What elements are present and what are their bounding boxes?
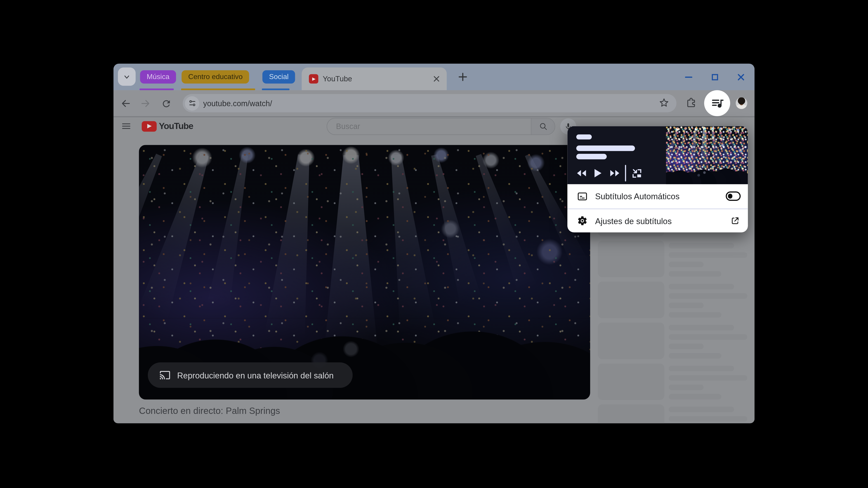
auto-captions-toggle[interactable] (726, 192, 741, 201)
skeleton-line (669, 243, 734, 248)
chevron-down-icon (123, 73, 131, 80)
menu-button[interactable] (121, 121, 133, 133)
media-skeleton-line (576, 134, 592, 139)
video-title: Concierto en directo: Palm Springs (139, 405, 280, 416)
captions-icon (576, 190, 588, 202)
skeleton-thumbnail (598, 323, 664, 359)
search-button[interactable] (531, 118, 555, 134)
tab-group-label: Social (269, 72, 289, 81)
youtube-play-icon (142, 121, 157, 131)
profile-avatar[interactable] (736, 97, 747, 109)
tab-group-underline-social (262, 88, 289, 90)
fast-forward-icon (609, 169, 620, 177)
skeleton-line (669, 325, 734, 330)
skeleton-line (669, 284, 734, 289)
skeleton-thumbnail (598, 282, 664, 318)
hamburger-icon (121, 121, 132, 131)
url-text[interactable]: youtube.com/watch/ (203, 99, 272, 107)
media-controls-button[interactable] (704, 90, 730, 116)
skeleton-line (669, 344, 704, 349)
address-bar[interactable]: youtube.com/watch/ (183, 94, 676, 112)
skeleton-line (669, 293, 747, 299)
play-button[interactable] (590, 165, 606, 182)
minimize-button[interactable] (683, 71, 694, 83)
reload-button[interactable] (159, 97, 173, 110)
forward-button[interactable] (139, 97, 152, 110)
extensions-button[interactable] (685, 97, 698, 109)
maximize-icon (710, 73, 719, 81)
tab-group-musica[interactable]: Música (140, 70, 176, 84)
bookmark-button[interactable] (658, 97, 671, 109)
skeleton-thumbnail (598, 240, 664, 277)
puzzle-icon (685, 97, 697, 108)
maximize-button[interactable] (709, 71, 720, 83)
skeleton-line (669, 366, 734, 371)
cast-banner-text: Reproduciendo en una televisión del saló… (177, 370, 334, 380)
skeleton-thumbnail (598, 404, 664, 423)
tab-group-centro-educativo[interactable]: Centro educativo (182, 70, 249, 84)
video-player[interactable]: Reproduciendo en una televisión del saló… (139, 145, 590, 400)
site-settings-button[interactable] (185, 96, 199, 110)
auto-captions-label: Subtítulos Automáticos (595, 191, 680, 201)
gear-icon (576, 215, 588, 227)
auto-captions-row[interactable]: Subtítulos Automáticos (567, 184, 748, 208)
tab-group-social[interactable]: Social (262, 70, 296, 84)
picture-in-picture-icon (631, 167, 643, 179)
site-controls-icon (188, 99, 196, 107)
youtube-logo[interactable]: YouTube (142, 121, 193, 131)
window-controls (683, 64, 754, 90)
skeleton-line (669, 385, 704, 390)
cast-icon (159, 369, 170, 381)
rewind-icon (576, 169, 587, 177)
controls-separator (625, 165, 626, 182)
skeleton-line (669, 271, 721, 276)
tab-group-label: Música (147, 72, 169, 81)
tab-close-button[interactable] (431, 74, 441, 84)
next-track-button[interactable] (606, 165, 623, 182)
media-thumbnail (666, 126, 748, 184)
close-icon (433, 76, 439, 82)
media-skeleton-line (576, 145, 635, 151)
search-icon (538, 122, 548, 131)
close-window-button[interactable] (735, 71, 746, 83)
star-icon (658, 97, 670, 108)
play-icon (594, 169, 602, 177)
reload-icon (161, 98, 171, 109)
tab-search-button[interactable] (118, 68, 135, 86)
browser-window: Música Centro educativo Social YouTube (114, 64, 754, 423)
skeleton-thumbnail (598, 363, 664, 400)
external-link-icon (730, 215, 741, 226)
skeleton-line (669, 394, 721, 399)
skeleton-line (669, 407, 734, 412)
skeleton-line (669, 312, 721, 318)
tab-strip: Música Centro educativo Social YouTube (114, 64, 754, 90)
screen: Música Centro educativo Social YouTube (0, 0, 868, 488)
youtube-logo-text: YouTube (159, 121, 193, 131)
skeleton-line (669, 252, 747, 258)
cast-banner: Reproduciendo en una televisión del saló… (148, 362, 352, 388)
youtube-favicon-icon (309, 74, 318, 84)
media-skeleton-line (576, 154, 607, 159)
skeleton-line (669, 375, 747, 381)
previous-track-button[interactable] (573, 165, 590, 182)
back-arrow-icon (120, 98, 131, 109)
search-bar[interactable]: Buscar (327, 118, 555, 135)
skeleton-line (669, 416, 747, 422)
new-tab-button[interactable] (457, 71, 469, 83)
back-button[interactable] (119, 97, 132, 110)
skeleton-line (669, 303, 704, 308)
picture-in-picture-button[interactable] (629, 165, 645, 182)
tab-group-underline-musica (140, 88, 174, 90)
plus-icon (458, 72, 467, 81)
tab-group-underline-centro-educativo (181, 88, 255, 90)
tab-group-label: Centro educativo (188, 72, 243, 81)
queue-music-icon (710, 96, 724, 110)
caption-settings-row[interactable]: Ajustes de subtítulos (567, 209, 748, 232)
minimize-icon (684, 72, 693, 81)
tab-youtube[interactable]: YouTube (302, 68, 447, 90)
captions-menu: Subtítulos Automáticos Ajustes de subtít… (567, 184, 748, 232)
skeleton-line (669, 353, 721, 358)
close-icon (737, 73, 745, 81)
skeleton-line (669, 262, 704, 267)
skeleton-line (669, 334, 747, 339)
